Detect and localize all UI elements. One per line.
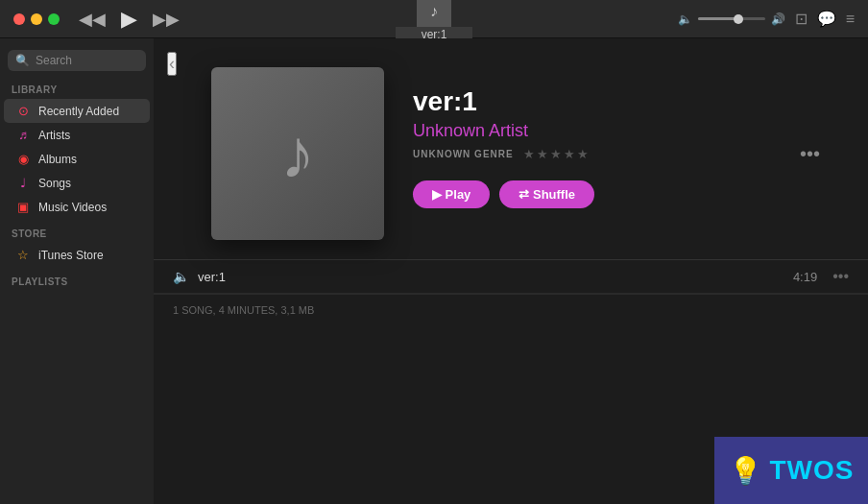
- shuffle-button[interactable]: ⇄ Shuffle: [499, 180, 594, 208]
- recently-added-icon: ⊙: [15, 104, 31, 118]
- songs-label: Songs: [38, 177, 71, 190]
- album-art: ♪: [211, 67, 384, 240]
- more-options-button[interactable]: •••: [790, 137, 830, 171]
- play-button[interactable]: ▶ Play: [413, 180, 490, 208]
- store-section-label: Store: [0, 227, 154, 243]
- track-count-info: 1 SONG, 4 MINUTES, 3,1 MB: [154, 294, 868, 325]
- album-genre: UNKNOWN GENRE: [413, 149, 514, 159]
- track-more-button[interactable]: •••: [832, 268, 849, 285]
- transport-controls: ◀◀ ▶ ▶▶: [79, 9, 180, 30]
- volume-control[interactable]: 🔈 🔊: [678, 12, 785, 26]
- twos-watermark: 💡 TWOS: [714, 437, 868, 504]
- star-1[interactable]: ★: [523, 147, 535, 161]
- artists-label: Artists: [38, 129, 70, 142]
- titlebar: ◀◀ ▶ ▶▶ ♪ ver:1 🔈 🔊 ⊡ 💬 ≡: [0, 0, 868, 38]
- playing-icon: 🔈: [173, 269, 188, 284]
- maximize-button[interactable]: [48, 13, 60, 25]
- main-content: 🔍 Library ⊙ Recently Added ♬ Artists ◉ A…: [0, 38, 868, 504]
- sidebar-item-music-videos[interactable]: ▣ Music Videos: [4, 195, 150, 219]
- volume-slider[interactable]: [698, 17, 765, 20]
- sidebar-spacer-1: [0, 219, 154, 227]
- content-area: ‹ ♪ ver:1 Unknown Artist UNKNOWN GENRE ★…: [154, 38, 868, 504]
- minimize-button[interactable]: [31, 13, 42, 25]
- traffic-lights: [0, 13, 60, 25]
- sidebar-item-albums[interactable]: ◉ Albums: [4, 147, 150, 171]
- sidebar: 🔍 Library ⊙ Recently Added ♬ Artists ◉ A…: [0, 38, 154, 504]
- next-button[interactable]: ▶▶: [153, 11, 180, 28]
- star-4[interactable]: ★: [564, 147, 575, 161]
- search-input[interactable]: [36, 54, 138, 67]
- star-3[interactable]: ★: [550, 147, 562, 161]
- table-row[interactable]: 🔈 ver:1 4:19 •••: [154, 260, 868, 294]
- artists-icon: ♬: [15, 128, 31, 142]
- titlebar-right: 🔈 🔊 ⊡ 💬 ≡: [678, 10, 868, 28]
- itunes-store-label: iTunes Store: [38, 249, 104, 262]
- itunes-store-icon: ☆: [15, 248, 31, 262]
- music-videos-label: Music Videos: [38, 201, 107, 214]
- playlists-section-label: Playlists: [0, 275, 154, 291]
- sidebar-spacer-2: [0, 267, 154, 275]
- sidebar-item-songs[interactable]: ♩ Songs: [4, 171, 150, 195]
- album-art-icon: ♪: [417, 0, 451, 27]
- volume-thumb: [734, 14, 743, 24]
- prev-button[interactable]: ◀◀: [79, 11, 106, 28]
- album-art-note-icon: ♪: [280, 114, 315, 193]
- volume-fill: [698, 17, 738, 20]
- close-button[interactable]: [13, 13, 25, 25]
- albums-label: Albums: [38, 153, 77, 166]
- twos-bulb-icon: 💡: [729, 455, 762, 487]
- album-actions: ▶ Play ⇄ Shuffle: [413, 180, 594, 208]
- album-artist[interactable]: Unknown Artist: [413, 121, 594, 141]
- volume-low-icon: 🔈: [678, 12, 692, 26]
- volume-high-icon: 🔊: [771, 12, 785, 26]
- lyrics-button[interactable]: 💬: [817, 10, 836, 28]
- airplay-button[interactable]: ⊡: [795, 10, 808, 28]
- play-pause-button[interactable]: ▶: [121, 9, 137, 30]
- menu-button[interactable]: ≡: [846, 11, 855, 28]
- music-videos-icon: ▣: [15, 200, 31, 214]
- album-title: ver:1: [413, 86, 594, 117]
- sidebar-item-itunes-store[interactable]: ☆ iTunes Store: [4, 243, 150, 267]
- twos-label: TWOS: [770, 455, 855, 486]
- sidebar-item-recently-added[interactable]: ⊙ Recently Added: [4, 99, 150, 123]
- track-name: ver:1: [198, 270, 793, 284]
- music-note-icon: ♪: [430, 3, 438, 20]
- star-5[interactable]: ★: [577, 147, 589, 161]
- album-info: ver:1 Unknown Artist UNKNOWN GENRE ★ ★ ★…: [413, 67, 594, 208]
- album-genre-row: UNKNOWN GENRE ★ ★ ★ ★ ★: [413, 147, 594, 161]
- sidebar-item-artists[interactable]: ♬ Artists: [4, 123, 150, 147]
- star-rating[interactable]: ★ ★ ★ ★ ★: [523, 147, 589, 161]
- albums-icon: ◉: [15, 152, 31, 166]
- back-button[interactable]: ‹: [167, 52, 177, 76]
- recently-added-label: Recently Added: [38, 105, 119, 118]
- album-hero: ♪ ver:1 Unknown Artist UNKNOWN GENRE ★ ★…: [154, 38, 868, 259]
- title-center: ♪ ver:1: [396, 0, 472, 42]
- library-section-label: Library: [0, 83, 154, 99]
- songs-icon: ♩: [15, 176, 31, 190]
- track-duration: 4:19: [793, 270, 817, 284]
- search-icon: 🔍: [15, 54, 30, 67]
- search-box[interactable]: 🔍: [8, 50, 146, 71]
- star-2[interactable]: ★: [537, 147, 548, 161]
